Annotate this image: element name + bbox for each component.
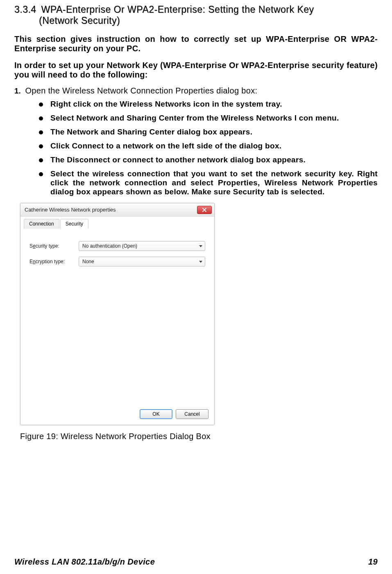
tab-security-body: Security type: No authentication (Open) … [20, 229, 214, 405]
chevron-down-icon [199, 245, 202, 247]
lead-paragraph: In order to set up your Network Key (WPA… [14, 61, 378, 80]
step-1-text: Open the Wireless Network Connection Pro… [25, 86, 257, 95]
dialog-titlebar[interactable]: Catherine Wireless Network properties [20, 203, 214, 216]
encryption-type-value: None [82, 259, 94, 264]
ok-button[interactable]: OK [140, 409, 172, 419]
security-type-label: Security type: [29, 243, 79, 249]
cancel-button[interactable]: Cancel [176, 409, 208, 419]
tab-security[interactable]: Security [60, 219, 88, 229]
page-number: 19 [368, 557, 378, 567]
chevron-down-icon [199, 261, 202, 263]
section-number: 3.3.4 [14, 4, 36, 15]
list-item: Click Connect to a network on the left s… [39, 141, 378, 150]
list-item: Right click on the Wireless Networks ico… [39, 100, 378, 109]
list-item: The Disconnect or connect to another net… [39, 155, 378, 164]
list-item: Select Network and Sharing Center from t… [39, 114, 378, 123]
section-title-line2: (Network Security) [14, 15, 378, 26]
bullet-list: Right click on the Wireless Networks ico… [14, 100, 378, 196]
security-type-value: No authentication (Open) [82, 243, 137, 249]
security-type-select[interactable]: No authentication (Open) [79, 241, 205, 251]
step-1-label: 1. [14, 87, 23, 96]
section-title-line1: WPA-Enterprise Or WPA2-Enterprise: Setti… [41, 4, 314, 15]
footer-title: Wireless LAN 802.11a/b/g/n Device [14, 557, 155, 567]
section-heading: 3.3.4 WPA-Enterprise Or WPA2-Enterprise:… [14, 4, 378, 26]
encryption-type-select[interactable]: None [79, 257, 205, 266]
list-item: Select the wireless connection that you … [39, 169, 378, 196]
step-1: 1. Open the Wireless Network Connection … [14, 86, 378, 96]
dialog-title: Catherine Wireless Network properties [25, 207, 116, 213]
tab-connection[interactable]: Connection [24, 219, 59, 229]
encryption-type-label: Encryption type: [29, 259, 79, 264]
intro-paragraph: This section gives instruction on how to… [14, 34, 378, 53]
dialog-tabs: Connection Security [20, 216, 214, 229]
close-button[interactable] [197, 206, 212, 214]
list-item: The Network and Sharing Center dialog bo… [39, 128, 378, 137]
figure-caption: Figure 19: Wireless Network Properties D… [20, 432, 378, 441]
wireless-network-properties-dialog: Catherine Wireless Network properties Co… [20, 203, 215, 425]
close-icon [202, 208, 207, 212]
page-footer: Wireless LAN 802.11a/b/g/n Device 19 [14, 557, 378, 567]
